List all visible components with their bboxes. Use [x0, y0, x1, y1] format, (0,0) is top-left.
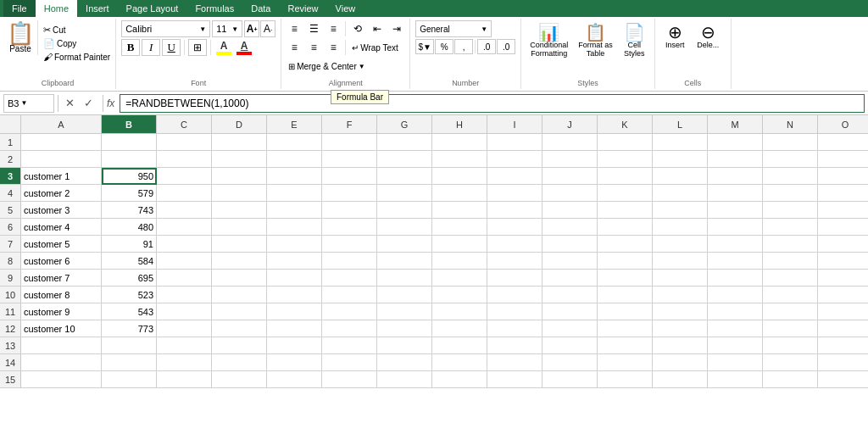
fx-button[interactable]: fx	[107, 97, 114, 109]
indent-decrease-button[interactable]: ⇤	[368, 20, 387, 37]
list-item[interactable]	[818, 320, 868, 337]
list-item[interactable]	[157, 354, 212, 371]
list-item[interactable]	[653, 185, 708, 202]
list-item[interactable]	[542, 185, 598, 202]
list-item[interactable]	[818, 270, 868, 287]
list-item[interactable]	[267, 134, 322, 151]
list-item[interactable]	[212, 270, 267, 287]
list-item[interactable]	[322, 371, 377, 388]
list-item[interactable]	[157, 151, 212, 168]
list-item[interactable]	[157, 219, 212, 236]
list-item[interactable]: customer 10	[21, 320, 102, 337]
list-item[interactable]	[432, 185, 487, 202]
list-item[interactable]	[432, 236, 487, 253]
list-item[interactable]	[542, 202, 598, 219]
list-item[interactable]: 950	[102, 168, 157, 185]
list-item[interactable]	[818, 253, 868, 270]
list-item[interactable]	[267, 354, 322, 371]
list-item[interactable]	[818, 287, 868, 303]
list-item[interactable]	[322, 354, 377, 371]
list-item[interactable]	[157, 371, 212, 388]
list-item[interactable]	[267, 320, 322, 337]
list-item[interactable]	[653, 219, 708, 236]
row-header[interactable]: 4	[0, 185, 21, 202]
decrease-font-button[interactable]: A-	[260, 20, 275, 37]
list-item[interactable]	[322, 202, 377, 219]
list-item[interactable]	[763, 151, 818, 168]
insert-button[interactable]: ⊕ Insert	[660, 20, 690, 51]
currency-button[interactable]: $▼	[415, 39, 434, 54]
list-item[interactable]	[818, 219, 868, 236]
list-item[interactable]	[157, 337, 212, 354]
list-item[interactable]	[322, 168, 377, 185]
list-item[interactable]	[598, 202, 653, 219]
list-item[interactable]	[21, 337, 102, 354]
row-header[interactable]: 13	[0, 337, 21, 354]
list-item[interactable]	[432, 270, 487, 287]
list-item[interactable]	[212, 371, 267, 388]
list-item[interactable]	[487, 151, 542, 168]
list-item[interactable]	[818, 134, 868, 151]
row-header[interactable]: 8	[0, 253, 21, 270]
list-item[interactable]	[267, 371, 322, 388]
list-item[interactable]	[598, 354, 653, 371]
col-header-j[interactable]: J	[542, 115, 598, 134]
list-item[interactable]	[653, 303, 708, 320]
wrap-text-button[interactable]: ↵ Wrap Text	[348, 39, 402, 56]
list-item[interactable]	[818, 236, 868, 253]
paste-button[interactable]: 📋 Paste	[3, 20, 38, 55]
list-item[interactable]	[542, 134, 598, 151]
list-item[interactable]	[818, 168, 868, 185]
list-item[interactable]	[818, 354, 868, 371]
right-align-button[interactable]: ≡	[324, 39, 342, 56]
tab-review[interactable]: Review	[279, 0, 326, 17]
list-item[interactable]	[708, 270, 763, 287]
list-item[interactable]	[598, 371, 653, 388]
list-item[interactable]	[212, 185, 267, 202]
list-item[interactable]	[21, 134, 102, 151]
cell-reference-box[interactable]: B3 ▼	[3, 94, 54, 113]
list-item[interactable]	[818, 337, 868, 354]
list-item[interactable]	[763, 287, 818, 303]
list-item[interactable]	[432, 151, 487, 168]
list-item[interactable]	[432, 320, 487, 337]
list-item[interactable]	[212, 168, 267, 185]
formula-confirm-button[interactable]: ✓	[81, 97, 96, 109]
list-item[interactable]	[542, 303, 598, 320]
list-item[interactable]	[377, 320, 432, 337]
list-item[interactable]	[487, 287, 542, 303]
increase-decimal-button[interactable]: .0	[477, 39, 496, 54]
list-item[interactable]	[598, 151, 653, 168]
list-item[interactable]	[322, 287, 377, 303]
list-item[interactable]	[598, 253, 653, 270]
list-item[interactable]	[542, 337, 598, 354]
col-header-d[interactable]: D	[212, 115, 267, 134]
list-item[interactable]	[267, 337, 322, 354]
col-header-c[interactable]: C	[157, 115, 212, 134]
merge-center-button[interactable]: ⊞ Merge & Center ▼	[285, 58, 369, 75]
list-item[interactable]	[598, 219, 653, 236]
list-item[interactable]	[322, 134, 377, 151]
list-item[interactable]	[212, 236, 267, 253]
list-item[interactable]	[708, 303, 763, 320]
row-header[interactable]: 3	[0, 168, 21, 185]
list-item[interactable]	[212, 219, 267, 236]
list-item[interactable]	[267, 219, 322, 236]
list-item[interactable]	[267, 202, 322, 219]
list-item[interactable]	[653, 337, 708, 354]
list-item[interactable]	[377, 337, 432, 354]
orientation-button[interactable]: ⟲	[348, 20, 367, 37]
tab-home[interactable]: Home	[36, 0, 77, 17]
list-item[interactable]	[653, 320, 708, 337]
list-item[interactable]	[432, 202, 487, 219]
formula-cancel-button[interactable]: ✕	[62, 97, 77, 109]
list-item[interactable]	[102, 134, 157, 151]
list-item[interactable]	[708, 354, 763, 371]
bottom-align-button[interactable]: ≡	[324, 20, 342, 37]
list-item[interactable]	[763, 354, 818, 371]
delete-button[interactable]: ⊖ Dele...	[693, 20, 723, 51]
list-item[interactable]	[487, 371, 542, 388]
list-item[interactable]	[598, 236, 653, 253]
list-item[interactable]	[487, 134, 542, 151]
list-item[interactable]	[377, 371, 432, 388]
